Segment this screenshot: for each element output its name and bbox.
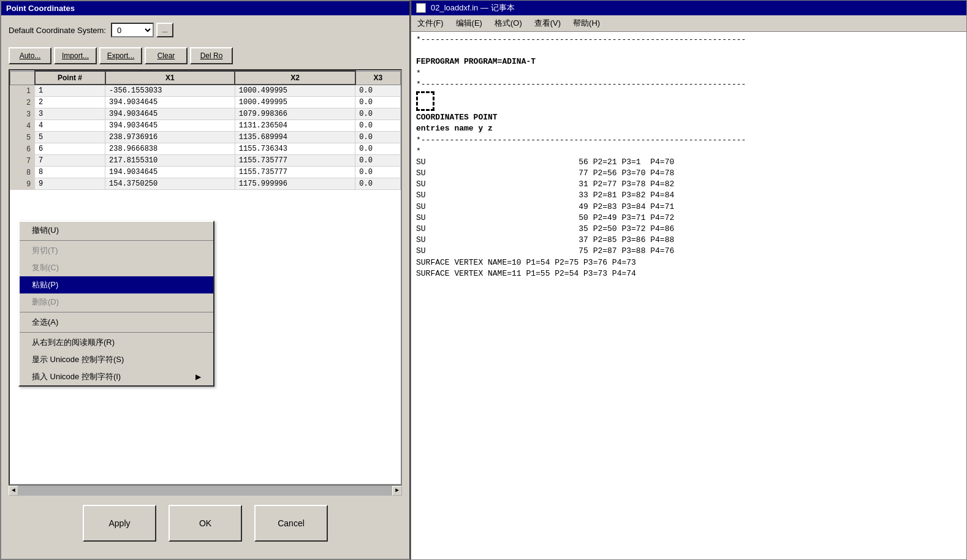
- context-menu-item-label: 删除(D): [32, 297, 59, 308]
- coord-system-row: Default Coordinate System: 0 ...: [9, 23, 402, 37]
- scroll-right-button[interactable]: ►: [392, 486, 402, 496]
- row-number: 8: [10, 167, 35, 178]
- x2-value: 1155.735777: [235, 155, 355, 167]
- row-number: 6: [10, 143, 35, 155]
- scroll-left-button[interactable]: ◄: [9, 486, 18, 496]
- col-header-x2: X2: [235, 71, 355, 85]
- table-row[interactable]: 3 3 394.9034645 1079.998366 0.0: [10, 108, 401, 120]
- coord-system-dropdown[interactable]: 0: [111, 23, 154, 37]
- x3-value: 0.0: [355, 85, 401, 97]
- context-menu-item: 删除(D): [20, 293, 213, 311]
- context-menu: 撤销(U)剪切(T)复制(C)粘贴(P)删除(D)全选(A)从右到左的阅读顺序(…: [18, 221, 214, 387]
- x1-value: 217.8155310: [105, 155, 235, 167]
- context-menu-item-label: 全选(A): [32, 317, 58, 328]
- context-menu-separator: [20, 332, 213, 333]
- point-number: 2: [35, 97, 105, 108]
- row-number: 4: [10, 120, 35, 132]
- point-number: 5: [35, 132, 105, 143]
- row-number: 5: [10, 132, 35, 143]
- row-number: 9: [10, 178, 35, 190]
- context-menu-item[interactable]: 插入 Unicode 控制字符(I)▶: [20, 368, 213, 385]
- x1-value: -356.1553033: [105, 85, 235, 97]
- point-number: 9: [35, 178, 105, 190]
- x3-value: 0.0: [355, 143, 401, 155]
- menu-view[interactable]: 查看(V): [528, 17, 567, 30]
- scroll-track[interactable]: [18, 486, 392, 496]
- notepad-content[interactable]: *---------------------------------------…: [411, 32, 966, 559]
- table-row[interactable]: 6 6 238.9666838 1155.736343 0.0: [10, 143, 401, 155]
- notepad-menubar: 文件(F) 编辑(E) 格式(O) 查看(V) 帮助(H): [411, 15, 966, 32]
- x2-value: 1175.999996: [235, 178, 355, 190]
- clear-button[interactable]: Clear: [145, 47, 188, 64]
- x2-value: 1000.499995: [235, 97, 355, 108]
- x1-value: 194.9034645: [105, 167, 235, 178]
- del-row-button[interactable]: Del Ro: [190, 47, 233, 64]
- col-header-point: Point #: [35, 71, 105, 85]
- auto-button[interactable]: Auto...: [9, 47, 51, 64]
- table-row[interactable]: 4 4 394.9034645 1131.236504 0.0: [10, 120, 401, 132]
- menu-format[interactable]: 格式(O): [488, 17, 528, 30]
- cancel-button[interactable]: Cancel: [254, 505, 328, 542]
- table-row[interactable]: 8 8 194.9034645 1155.735777 0.0: [10, 167, 401, 178]
- x1-value: 394.9034645: [105, 97, 235, 108]
- import-button[interactable]: Import...: [54, 47, 97, 64]
- dialog-buttons: Apply OK Cancel: [9, 495, 402, 551]
- apply-button[interactable]: Apply: [83, 505, 156, 542]
- dialog-title: Point Coordinates: [6, 4, 75, 13]
- row-number: 3: [10, 108, 35, 120]
- row-number: 1: [10, 85, 35, 97]
- horizontal-scrollbar[interactable]: ◄ ►: [9, 485, 402, 495]
- toolbar-row: Auto... Import... Export... Clear Del Ro: [9, 47, 402, 64]
- x1-value: 394.9034645: [105, 120, 235, 132]
- x2-value: 1155.735777: [235, 167, 355, 178]
- table-row[interactable]: 2 2 394.9034645 1000.499995 0.0: [10, 97, 401, 108]
- table-row[interactable]: 9 9 154.3750250 1175.999996 0.0: [10, 178, 401, 190]
- context-menu-separator: [20, 312, 213, 312]
- row-number: 2: [10, 97, 35, 108]
- point-number: 6: [35, 143, 105, 155]
- menu-file[interactable]: 文件(F): [411, 17, 450, 30]
- context-menu-separator: [20, 240, 213, 241]
- coord-system-label: Default Coordinate System:: [9, 26, 106, 35]
- notepad-title: 02_loaddxf.in — 记事本: [431, 2, 515, 13]
- x1-value: 238.9666838: [105, 143, 235, 155]
- context-menu-item[interactable]: 全选(A): [20, 314, 213, 331]
- point-number: 3: [35, 108, 105, 120]
- dialog-title-bar: Point Coordinates: [1, 1, 409, 15]
- ok-button[interactable]: OK: [169, 505, 242, 542]
- x3-value: 0.0: [355, 97, 401, 108]
- context-menu-item-label: 从右到左的阅读顺序(R): [32, 337, 115, 348]
- context-menu-item[interactable]: 显示 Unicode 控制字符(S): [20, 351, 213, 368]
- export-button[interactable]: Export...: [99, 47, 142, 64]
- ellipsis-button[interactable]: ...: [156, 23, 173, 37]
- x1-value: 154.3750250: [105, 178, 235, 190]
- context-menu-item-label: 复制(C): [32, 262, 59, 273]
- x2-value: 1135.689994: [235, 132, 355, 143]
- context-menu-item-label: 粘贴(P): [32, 279, 58, 290]
- x2-value: 1155.736343: [235, 143, 355, 155]
- notepad-icon: [416, 3, 426, 13]
- context-menu-item[interactable]: 粘贴(P): [20, 276, 213, 293]
- x3-value: 0.0: [355, 120, 401, 132]
- context-menu-item[interactable]: 撤销(U): [20, 222, 213, 239]
- table-header-row: Point # X1 X2 X3: [10, 71, 401, 85]
- point-number: 7: [35, 155, 105, 167]
- context-menu-item[interactable]: 从右到左的阅读顺序(R): [20, 334, 213, 351]
- context-menu-item: 复制(C): [20, 259, 213, 276]
- x1-value: 238.9736916: [105, 132, 235, 143]
- table-row[interactable]: 7 7 217.8155310 1155.735777 0.0: [10, 155, 401, 167]
- table-body: 1 1 -356.1553033 1000.499995 0.0 2 2 394…: [10, 85, 401, 190]
- x2-value: 1000.499995: [235, 85, 355, 97]
- table-row[interactable]: 1 1 -356.1553033 1000.499995 0.0: [10, 85, 401, 97]
- menu-edit[interactable]: 编辑(E): [450, 17, 488, 30]
- point-number: 4: [35, 120, 105, 132]
- context-menu-item-label: 剪切(T): [32, 245, 58, 256]
- point-number: 8: [35, 167, 105, 178]
- x3-value: 0.0: [355, 167, 401, 178]
- col-header-x1: X1: [105, 71, 235, 85]
- x3-value: 0.0: [355, 132, 401, 143]
- row-number: 7: [10, 155, 35, 167]
- context-menu-item-label: 显示 Unicode 控制字符(S): [32, 354, 124, 365]
- table-row[interactable]: 5 5 238.9736916 1135.689994 0.0: [10, 132, 401, 143]
- menu-help[interactable]: 帮助(H): [567, 17, 606, 30]
